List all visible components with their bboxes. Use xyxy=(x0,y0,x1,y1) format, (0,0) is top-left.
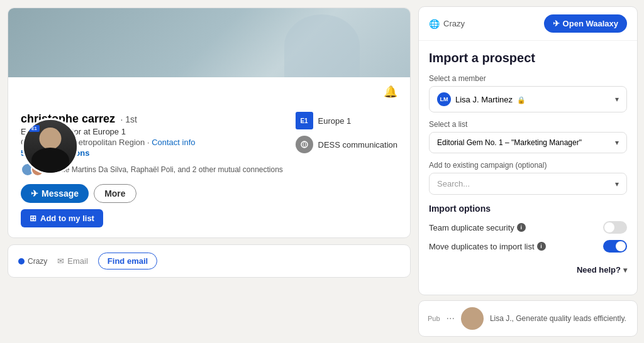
crazy-dot-icon xyxy=(18,258,25,264)
lock-icon: 🔒 xyxy=(517,96,526,104)
import-options-title: Import options xyxy=(429,204,627,214)
find-email-button[interactable]: Find email xyxy=(98,253,157,270)
svg-point-0 xyxy=(301,141,308,148)
europe1-badge: E1 xyxy=(29,125,40,132)
dess-logo xyxy=(296,136,313,153)
move-duplicates-toggle[interactable] xyxy=(603,240,627,253)
rocket-icon: ✈ xyxy=(553,19,560,28)
profile-actions: ✈ Message More xyxy=(21,184,397,203)
company2-name: DESS communication xyxy=(318,140,397,150)
email-card: Crazy ✉ Email Find email xyxy=(8,244,411,278)
bottom-avatar xyxy=(461,307,484,330)
email-icon: ✉ xyxy=(57,256,64,266)
select-list-label: Select a list xyxy=(429,120,627,129)
avatar: E1 xyxy=(22,118,79,175)
company-item-2: DESS communication xyxy=(296,136,397,153)
member-avatar: LM xyxy=(437,92,451,106)
chevron-down-campaign-icon: ▾ xyxy=(615,180,619,188)
send-icon: ✈ xyxy=(31,188,38,199)
company-item-1: E1 Europe 1 xyxy=(296,112,397,129)
email-item: ✉ Email xyxy=(57,256,88,266)
profile-card: E1 🔔 christophe carrez · 1st Editorial D… xyxy=(8,8,411,238)
select-list-field[interactable]: Editorial Gem No. 1 – "Marketing Manager… xyxy=(429,132,627,153)
mutual-text: Elodie Martins Da Silva, Raphaël Poli, a… xyxy=(48,165,283,174)
campaign-search-field[interactable]: Search... ▾ xyxy=(429,173,627,195)
campaign-placeholder: Search... xyxy=(437,179,470,188)
toggle2-info-icon: i xyxy=(537,242,546,251)
section-title: Import a prospect xyxy=(429,51,627,65)
need-help-section[interactable]: Need help? ▾ xyxy=(419,259,637,275)
profile-degree: · 1st xyxy=(121,114,137,124)
waalaxy-body: Import a prospect Select a member LM Lis… xyxy=(419,41,637,253)
contact-info-link[interactable]: Contact info xyxy=(152,138,195,147)
planet-icon: 🌐 xyxy=(429,19,440,29)
three-dots-icon[interactable]: ··· xyxy=(447,313,455,324)
profile-right-info: E1 Europe 1 DESS communication xyxy=(296,112,397,153)
chevron-down-list-icon: ▾ xyxy=(615,138,619,147)
team-duplicate-row: Team duplicate security i xyxy=(429,221,627,234)
toggle1-label: Team duplicate security i xyxy=(429,223,526,232)
campaign-label: Add to existing campaign (optional) xyxy=(429,161,627,170)
left-panel: E1 🔔 christophe carrez · 1st Editorial D… xyxy=(0,0,418,343)
team-duplicate-toggle[interactable] xyxy=(603,221,627,234)
waalaxy-brand: 🌐 Crazy xyxy=(429,19,465,29)
bottom-card-text: Lisa J., Generate quality leads efficien… xyxy=(490,314,628,323)
email-label: Email xyxy=(67,256,88,266)
list-icon: ⊞ xyxy=(30,214,36,223)
chevron-down-icon: ▾ xyxy=(615,95,619,104)
message-button[interactable]: ✈ Message xyxy=(21,184,89,203)
toggle1-info-icon: i xyxy=(517,223,526,232)
europe1-logo: E1 xyxy=(296,112,313,129)
notification-bell[interactable]: 🔔 xyxy=(384,85,397,99)
select-member-label: Select a member xyxy=(429,74,627,83)
profile-body: E1 🔔 christophe carrez · 1st Editorial D… xyxy=(8,77,410,237)
waalaxy-header: 🌐 Crazy ✈ Open Waalaxy xyxy=(419,7,637,41)
add-to-list-button[interactable]: ⊞ Add to my list xyxy=(21,209,103,227)
crazy-badge: Crazy xyxy=(18,257,47,266)
move-duplicates-row: Move duplicates to import list i xyxy=(429,240,627,253)
select-member-field[interactable]: LM Lisa J. Martinez 🔒 ▾ xyxy=(429,86,627,112)
more-button[interactable]: More xyxy=(94,184,136,203)
profile-banner xyxy=(8,8,410,77)
waalaxy-card: 🌐 Crazy ✈ Open Waalaxy Import a prospect… xyxy=(418,6,638,295)
mutual-connections: Elodie Martins Da Silva, Raphaël Poli, a… xyxy=(21,163,397,177)
need-help-label: Need help? xyxy=(577,265,621,275)
open-waalaxy-button[interactable]: ✈ Open Waalaxy xyxy=(544,14,627,33)
company1-name: Europe 1 xyxy=(318,116,352,126)
bottom-preview-card: Pub ··· Lisa J., Generate quality leads … xyxy=(418,300,638,337)
chevron-down-help-icon: ▾ xyxy=(623,266,627,275)
avatar-person: E1 xyxy=(24,120,77,173)
toggle2-label: Move duplicates to import list i xyxy=(429,242,546,251)
waalaxy-brand-label: Crazy xyxy=(443,19,465,28)
right-panel: 🌐 Crazy ✈ Open Waalaxy Import a prospect… xyxy=(418,0,644,343)
member-name: Lisa J. Martinez 🔒 xyxy=(455,95,526,104)
crazy-label: Crazy xyxy=(28,257,47,266)
pub-badge: Pub xyxy=(428,315,440,322)
list-value: Editorial Gem No. 1 – "Marketing Manager… xyxy=(437,138,582,147)
